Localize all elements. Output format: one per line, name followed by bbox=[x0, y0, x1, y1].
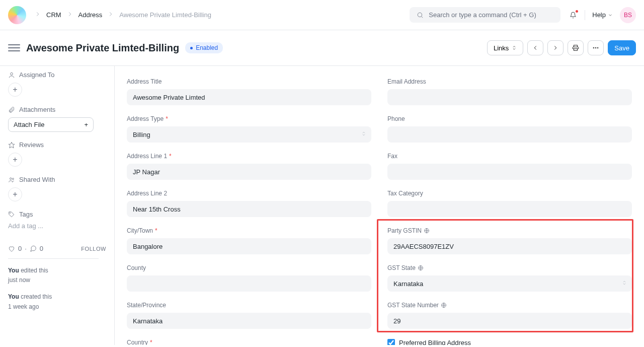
search-input[interactable]: Search or type a command (Ctrl + G) bbox=[410, 7, 560, 23]
more-horizontal-icon bbox=[592, 44, 599, 51]
prev-button[interactable] bbox=[527, 40, 543, 55]
follow-button[interactable]: FOLLOW bbox=[81, 246, 106, 252]
svg-point-9 bbox=[10, 177, 12, 179]
add-assignee-button[interactable]: + bbox=[8, 83, 22, 97]
shared-with-label: Shared With bbox=[8, 176, 106, 183]
sidebar-toggle-button[interactable] bbox=[8, 42, 20, 54]
address-line1-label: Address Line 1* bbox=[127, 153, 371, 160]
preferred-billing-row: Preferred Billing Address bbox=[387, 339, 632, 345]
divider bbox=[585, 10, 585, 20]
preferred-billing-label: Preferred Billing Address bbox=[399, 339, 471, 345]
address-title-label: Address Title bbox=[127, 78, 371, 85]
add-review-button[interactable]: + bbox=[8, 153, 22, 167]
svg-line-1 bbox=[422, 16, 423, 18]
address-line2-label: Address Line 2 bbox=[127, 190, 371, 197]
breadcrumb-crm[interactable]: CRM bbox=[46, 11, 61, 19]
comment-count: 0 bbox=[40, 245, 43, 252]
svg-point-4 bbox=[593, 47, 594, 48]
preferred-billing-checkbox[interactable] bbox=[387, 339, 395, 345]
breadcrumb: CRM Address Awesome Private Limted-Billi… bbox=[34, 11, 401, 19]
tags-label: Tags bbox=[8, 211, 106, 218]
help-dropdown[interactable]: Help bbox=[592, 11, 613, 19]
star-icon bbox=[8, 142, 15, 149]
like-comment-row: 0 · 0 FOLLOW bbox=[8, 245, 106, 252]
chevron-down-icon bbox=[608, 13, 613, 18]
attachments-section: Attachments Attach File + bbox=[8, 106, 106, 132]
form-right-column: Email Address Phone Fax Tax Category bbox=[387, 78, 632, 345]
gst-state-number-input[interactable] bbox=[387, 313, 632, 329]
fax-input[interactable] bbox=[387, 164, 632, 180]
breadcrumb-current: Awesome Private Limted-Billing bbox=[119, 11, 211, 19]
reviews-label: Reviews bbox=[8, 141, 106, 149]
assigned-to-section: Assigned To + bbox=[8, 71, 106, 97]
party-gstin-label: Party GSTIN bbox=[387, 227, 632, 234]
chevron-updown-icon bbox=[512, 44, 517, 51]
status-badge[interactable]: Enabled bbox=[185, 42, 223, 53]
page-header: Awesome Private Limted-Billing Enabled L… bbox=[0, 30, 644, 66]
print-button[interactable] bbox=[568, 40, 584, 55]
address-type-select[interactable] bbox=[127, 126, 371, 143]
notification-dot bbox=[576, 10, 578, 13]
state-input[interactable] bbox=[127, 313, 371, 329]
notifications-button[interactable] bbox=[569, 11, 578, 20]
comment-icon[interactable] bbox=[30, 245, 37, 252]
attach-file-button[interactable]: Attach File + bbox=[8, 117, 94, 132]
sidebar: Assigned To + Attachments Attach File + … bbox=[0, 66, 114, 345]
paperclip-icon bbox=[8, 106, 15, 113]
fax-label: Fax bbox=[387, 153, 632, 160]
state-label: State/Province bbox=[127, 302, 371, 309]
like-count: 0 bbox=[18, 245, 22, 252]
add-tag-input[interactable]: Add a tag ... bbox=[8, 222, 106, 230]
heart-icon[interactable] bbox=[8, 245, 15, 252]
svg-rect-3 bbox=[574, 49, 578, 51]
save-button[interactable]: Save bbox=[608, 40, 636, 55]
timeline-entry: You edited this just now bbox=[8, 266, 106, 285]
search-icon bbox=[417, 12, 424, 19]
user-avatar[interactable]: BS bbox=[620, 7, 636, 23]
navbar-right: Help BS bbox=[569, 7, 636, 23]
next-button[interactable] bbox=[547, 40, 564, 55]
address-line2-input[interactable] bbox=[127, 201, 371, 217]
county-label: County bbox=[127, 264, 371, 271]
chevron-left-icon bbox=[532, 44, 539, 51]
bell-icon bbox=[570, 12, 577, 19]
phone-input[interactable] bbox=[387, 126, 632, 143]
svg-point-10 bbox=[12, 178, 14, 179]
party-gstin-input[interactable] bbox=[387, 238, 632, 254]
tax-category-input[interactable] bbox=[387, 201, 632, 217]
svg-point-0 bbox=[418, 13, 422, 17]
globe-icon bbox=[424, 228, 430, 234]
tax-category-label: Tax Category bbox=[387, 190, 632, 197]
plus-icon: + bbox=[84, 121, 88, 128]
email-input[interactable] bbox=[387, 89, 632, 105]
form-left-column: Address Title Address Type* bbox=[127, 78, 371, 345]
globe-icon bbox=[418, 265, 424, 271]
help-label: Help bbox=[592, 11, 606, 19]
shared-with-section: Shared With + bbox=[8, 176, 106, 201]
address-line1-input[interactable] bbox=[127, 164, 371, 180]
more-button[interactable] bbox=[588, 40, 604, 55]
svg-marker-8 bbox=[9, 142, 15, 148]
email-label: Email Address bbox=[387, 78, 632, 85]
gst-state-label: GST State bbox=[387, 264, 632, 271]
tag-icon bbox=[8, 211, 15, 218]
gst-state-number-label: GST State Number bbox=[387, 302, 632, 309]
chevron-right-icon bbox=[66, 11, 73, 19]
globe-icon bbox=[441, 302, 447, 308]
user-icon bbox=[8, 72, 15, 79]
city-label: City/Town* bbox=[127, 227, 371, 234]
main-form: Address Title Address Type* bbox=[114, 66, 644, 345]
county-input[interactable] bbox=[127, 275, 371, 292]
city-input[interactable] bbox=[127, 238, 371, 254]
address-title-input[interactable] bbox=[127, 89, 371, 105]
divider bbox=[8, 258, 99, 259]
svg-point-5 bbox=[595, 47, 596, 48]
links-dropdown[interactable]: Links bbox=[487, 40, 523, 55]
page-title: Awesome Private Limted-Billing bbox=[26, 42, 179, 54]
add-share-button[interactable]: + bbox=[8, 187, 22, 201]
breadcrumb-address[interactable]: Address bbox=[78, 11, 103, 19]
gst-state-select[interactable] bbox=[387, 275, 632, 292]
phone-label: Phone bbox=[387, 115, 632, 122]
app-logo[interactable] bbox=[8, 6, 26, 24]
printer-icon bbox=[572, 44, 579, 51]
